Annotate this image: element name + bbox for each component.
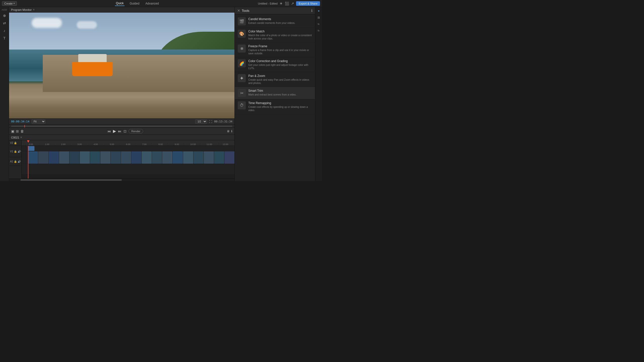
smart-trim-info: Smart Trim Mark and extract best scenes … <box>248 89 312 96</box>
smart-trim-desc: Mark and extract best scenes from a vide… <box>248 93 312 96</box>
tools-header: ✕ Tools ℹ <box>235 7 315 14</box>
ruler-mark: 0:00 <box>23 143 39 145</box>
timeline-body: V2 🔒 V1 🔒 🔊 👁 A1 🔒 🔊 🎙 <box>9 140 234 178</box>
timeline-close-icon[interactable]: ✕ <box>20 136 22 139</box>
tools-panel: ✕ Tools ℹ 🎬 Candid Moments Extract candi… <box>234 7 315 181</box>
v2-label: V2 <box>10 142 13 144</box>
create-button[interactable]: Create ▾ <box>2 1 17 6</box>
project-title: Untitled - Edited <box>258 2 277 5</box>
clip-thumb <box>100 151 110 164</box>
cloud-2 <box>77 21 97 29</box>
color-match-info: Color Match Match the color of a photo o… <box>248 30 312 40</box>
v2-track <box>22 146 234 151</box>
ruler-mark: 2:00 <box>55 143 71 145</box>
v1-track <box>22 151 234 164</box>
v2-lock-icon[interactable]: 🔒 <box>14 142 17 144</box>
timeline-panel: C0021 ✕ V2 🔒 V1 🔒 🔊 👁 <box>9 134 234 181</box>
sidebar-add-icon[interactable]: ⊕ <box>1 12 8 19</box>
ruler-mark: 1:00 <box>39 143 55 145</box>
time-remapping-icon: ⏱ <box>238 101 246 109</box>
clip-thumb <box>142 151 152 164</box>
v2-clip[interactable] <box>28 146 34 151</box>
color-match-desc: Match the color of a photo or video or c… <box>248 34 312 40</box>
tool-item-color-match[interactable]: 🎨 Color Match Match the color of a photo… <box>235 28 315 42</box>
tool-item-time-remapping[interactable]: ⏱ Time Remapping Create cool effects by … <box>235 99 315 114</box>
tab-quick[interactable]: Quick <box>115 1 125 6</box>
clip-thumb <box>59 151 69 164</box>
v1-audio-icon[interactable]: 🔊 <box>18 150 21 153</box>
top-bar: Create ▾ Quick Guided Advanced Untitled … <box>0 0 322 7</box>
save-icon[interactable]: ⬛ <box>285 2 289 6</box>
clip-thumb <box>152 151 162 164</box>
ruler-mark: 8:00 <box>152 143 169 145</box>
tab-advanced[interactable]: Advanced <box>144 1 160 6</box>
clip-thumb <box>121 151 131 164</box>
add-marker-icon[interactable]: ⊡ <box>124 129 127 133</box>
camera-icon[interactable]: ▣ <box>11 129 14 133</box>
tool-item-pan-zoom[interactable]: + Pan & Zoom Create quick and easy Pan a… <box>235 72 315 87</box>
tool-item-candid-moments[interactable]: 🎬 Candid Moments Extract candid moments … <box>235 15 315 28</box>
a1-mute-icon[interactable]: 🔊 <box>18 160 21 163</box>
tools-title: Tools <box>242 9 249 13</box>
export-button[interactable]: Export & Share <box>296 1 320 6</box>
scrubber-head <box>24 125 25 127</box>
scrubber-track[interactable] <box>11 126 232 127</box>
color-match-icon: 🎨 <box>238 30 246 38</box>
smart-trim-icon: ✂ <box>238 89 246 97</box>
clip-label: C0021 <box>11 136 19 139</box>
timecode-display: 00:00:34:14 <box>11 120 29 123</box>
clip-thumb <box>28 151 38 164</box>
info-icon[interactable]: ℹ <box>231 129 232 133</box>
play-button[interactable]: ▶ <box>113 129 116 133</box>
smart-trim-name: Smart Trim <box>248 89 312 93</box>
timeline-scrollbar[interactable] <box>9 178 234 181</box>
pan-zoom-name: Pan & Zoom <box>248 74 312 78</box>
timeline-ruler[interactable]: 0:00 1:00 2:00 3:00 4:00 5:00 6:00 7:00 … <box>22 140 234 146</box>
ruler-mark: 11:00 <box>201 143 217 145</box>
harbor-scene <box>9 13 234 118</box>
tools-info-icon[interactable]: ℹ <box>311 9 312 13</box>
settings-icon[interactable]: ☀ <box>279 2 283 6</box>
ruler-mark: 6:00 <box>120 143 136 145</box>
timeline-header: C0021 ✕ <box>9 135 234 140</box>
grid-icon[interactable]: ⊞ <box>16 129 19 133</box>
tool-item-freeze-frame[interactable]: ❄ Freeze Frame Capture a frame from a cl… <box>235 42 315 57</box>
tool-item-smart-trim[interactable]: ✂ Smart Trim Mark and extract best scene… <box>235 87 315 99</box>
program-monitor-title: Program Monitor <box>11 8 32 11</box>
trash-icon[interactable]: 🗑 <box>20 129 24 133</box>
tab-guided[interactable]: Guided <box>129 1 140 6</box>
color-match-name: Color Match <box>248 30 312 33</box>
right-bar-fx1-icon[interactable]: fx <box>316 21 322 27</box>
render-button[interactable]: Render <box>129 129 143 133</box>
ruler-mark: 10:00 <box>185 143 201 145</box>
cloud-1 <box>32 18 62 28</box>
scroll-thumb[interactable] <box>20 179 122 181</box>
panel-close-icon[interactable]: ✕ <box>33 8 35 11</box>
monitor-icon[interactable]: 🖥 <box>227 129 230 133</box>
sidebar-transition-icon[interactable]: ⇄ <box>1 20 8 27</box>
a1-lock-icon[interactable]: 🔒 <box>14 160 17 163</box>
right-bar-grid-icon[interactable]: ⊞ <box>316 15 322 21</box>
share-icon[interactable]: ↗ <box>291 2 294 6</box>
boat <box>72 53 113 76</box>
time-remapping-info: Time Remapping Create cool effects by sp… <box>248 101 312 112</box>
tools-close-icon[interactable]: ✕ <box>237 9 240 13</box>
clip-thumb <box>131 151 141 164</box>
add-label: ADD <box>2 8 7 12</box>
right-bar-fx2-icon[interactable]: fx <box>316 28 322 34</box>
sidebar-audio-icon[interactable]: ♪ <box>1 27 8 34</box>
duration-display: 00:13:31:34 <box>214 120 232 123</box>
sidebar-text-icon[interactable]: T <box>1 35 8 42</box>
fit-dropdown[interactable]: Fit 25% 50% 100% <box>31 119 46 124</box>
full-screen-icon[interactable]: ⛶ <box>209 120 212 123</box>
skip-back-icon[interactable]: ⏮ <box>107 129 111 133</box>
v1-lock-icon[interactable]: 🔒 <box>14 150 17 153</box>
timeline-scrubber[interactable] <box>9 124 234 127</box>
v1-clip-strip[interactable] <box>28 151 234 164</box>
color-correction-desc: Get your colors just right and adjust fo… <box>248 63 312 70</box>
skip-forward-icon[interactable]: ⏭ <box>118 129 122 133</box>
tool-item-color-correction[interactable]: 🌈 Color Correction and Grading Get your … <box>235 57 315 72</box>
clip-thumb <box>173 151 183 164</box>
right-bar-magic-icon[interactable]: ✦ <box>316 8 322 14</box>
ratio-select[interactable]: 1/2 1/1 Full <box>195 119 207 124</box>
